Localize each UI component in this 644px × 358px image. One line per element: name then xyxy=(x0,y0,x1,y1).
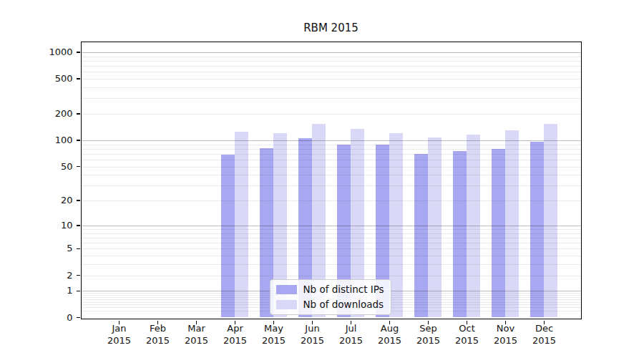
bar-downloads xyxy=(235,132,248,318)
legend-item-downloads: Nb of downloads xyxy=(276,299,384,311)
y-tick-label: 2 xyxy=(1,269,73,282)
y-tick-label: 10 xyxy=(1,219,73,232)
figure: RBM 2015 01251020501002005001000Jan 2015… xyxy=(0,0,644,358)
legend: Nb of distinct IPs Nb of downloads xyxy=(270,279,391,315)
plot-area: 01251020501002005001000Jan 2015Feb 2015M… xyxy=(81,42,582,319)
y-tick-label: 200 xyxy=(1,107,73,120)
y-tick-mark xyxy=(77,248,80,250)
y-tick-mark xyxy=(77,275,80,276)
x-tick-label: Jul 2015 xyxy=(330,322,373,347)
x-tick-label: May 2015 xyxy=(253,322,296,347)
y-tick-label: 20 xyxy=(1,194,73,207)
x-tick-label: Sep 2015 xyxy=(407,322,450,347)
y-tick-mark xyxy=(77,140,80,141)
legend-swatch-distinct-ips xyxy=(276,285,297,294)
y-tick-mark xyxy=(77,78,80,79)
bar-distinct-ips xyxy=(492,149,505,318)
y-tick-label: 1 xyxy=(1,284,73,297)
y-tick-mark xyxy=(77,291,80,292)
x-tick-label: Oct 2015 xyxy=(446,322,489,347)
x-tick-label: Jan 2015 xyxy=(98,322,141,347)
x-tick-label: Jun 2015 xyxy=(291,322,334,347)
bar-downloads xyxy=(428,137,441,317)
bar-downloads xyxy=(505,130,519,317)
y-tick-mark xyxy=(77,225,80,226)
x-tick-label: Nov 2015 xyxy=(484,322,527,347)
x-tick-label: Dec 2015 xyxy=(523,322,566,347)
y-tick-label: 50 xyxy=(1,160,73,173)
bar-distinct-ips xyxy=(453,151,467,318)
y-tick-mark xyxy=(77,200,80,201)
y-tick-mark xyxy=(77,52,80,53)
x-tick-label: Apr 2015 xyxy=(214,322,257,347)
x-tick-label: Mar 2015 xyxy=(175,322,218,347)
legend-label-downloads: Nb of downloads xyxy=(303,299,384,310)
chart-title: RBM 2015 xyxy=(81,21,582,39)
legend-swatch-downloads xyxy=(276,300,297,309)
y-tick-label: 1000 xyxy=(1,46,73,59)
bars-layer xyxy=(82,42,581,319)
y-tick-mark xyxy=(77,317,80,319)
y-tick-label: 500 xyxy=(1,72,73,85)
bar-distinct-ips xyxy=(414,154,428,318)
y-tick-label: 5 xyxy=(1,242,73,255)
legend-item-distinct-ips: Nb of distinct IPs xyxy=(276,284,384,296)
bar-downloads xyxy=(544,124,557,317)
bar-downloads xyxy=(467,135,480,318)
y-tick-mark xyxy=(77,166,80,168)
x-tick-label: Feb 2015 xyxy=(137,322,180,347)
legend-label-distinct-ips: Nb of distinct IPs xyxy=(303,284,384,295)
y-tick-mark xyxy=(77,113,80,115)
y-tick-label: 0 xyxy=(1,311,73,324)
x-tick-label: Aug 2015 xyxy=(369,322,411,347)
bar-distinct-ips xyxy=(221,155,235,318)
y-tick-label: 100 xyxy=(1,134,73,147)
bar-downloads xyxy=(389,133,403,317)
bar-distinct-ips xyxy=(530,142,544,318)
